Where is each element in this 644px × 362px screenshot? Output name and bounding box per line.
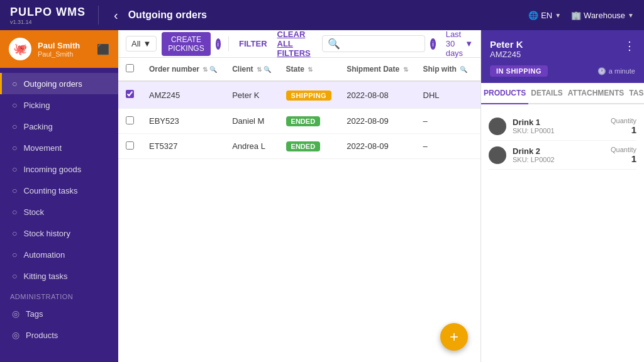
sidebar-item-kitting-tasks[interactable]: ○ Kitting tasks [0,265,118,287]
sidebar-item-movement[interactable]: ○ Movement [0,137,118,158]
filter-all-dropdown[interactable]: All ▼ [126,36,157,52]
product-info-1: Drink 2 SKU: LP0002 [513,146,604,163]
stock-history-icon: ○ [12,228,17,238]
lang-chevron-icon: ▼ [555,12,561,19]
cell-order-id: ET5327 [142,134,225,159]
toolbar-divider [228,36,229,52]
add-fab-button[interactable]: + [440,323,468,351]
row-checkbox-0[interactable] [126,90,134,98]
sidebar-item-stock-history[interactable]: ○ Stock history [0,222,118,244]
warehouse-selector[interactable]: 🏢 Warehouse ▼ [571,11,634,20]
cell-order-id: AMZ245 [142,81,225,109]
select-all-checkbox[interactable] [126,64,134,72]
sidebar-item-stock[interactable]: ○ Stock [0,201,118,222]
row-checkbox-1[interactable] [126,116,134,124]
sidebar-label-movement: Movement [23,143,62,153]
state-badge: ENDED [286,116,321,126]
search-input[interactable] [344,39,419,48]
globe-icon: 🌐 [528,11,538,20]
sidebar-item-packing[interactable]: ○ Packing [0,116,118,137]
toolbar: All ▼ CREATE PICKINGS i FILTER CLEAR ALL… [118,30,480,58]
table-body: AMZ245 Peter K SHIPPING 2022-08-08 DHL 🏢… [118,81,480,159]
orders-table-container: Order number ⇅ 🔍 Client ⇅ 🔍 State ⇅ Ship… [118,58,480,362]
sidebar-nav: ○ Outgoing orders ○ Picking ○ Packing ○ … [0,68,118,351]
warehouse-icon: 🏢 [571,11,581,20]
tab-attachments[interactable]: ATTACHMENTS [565,83,627,104]
lang-label: EN [541,11,552,20]
clear-filters-button[interactable]: CLEAR ALL FILTERS [275,30,318,58]
packing-icon: ○ [12,121,17,131]
product-name-1: Drink 2 [513,146,604,156]
state-badge: SHIPPING [286,90,332,101]
right-panel: Peter K AMZ245 ⋮ IN SHIPPING 🕐 a minute … [480,30,644,362]
order-sort-icon: ⇅ 🔍 [203,66,217,73]
counting-tasks-icon: ○ [12,185,17,195]
picking-icon: ○ [12,100,17,110]
create-pickings-info-icon[interactable]: i [216,38,221,50]
panel-menu-button[interactable]: ⋮ [624,39,635,53]
sidebar-item-picking[interactable]: ○ Picking [0,94,118,116]
product-name-0: Drink 1 [513,118,604,127]
version-label: v1.31.14 [10,19,32,25]
cell-shipment-date: 2022-08-08 [339,81,415,109]
sidebar-label-kitting-tasks: Kitting tasks [23,272,67,281]
table-row: EBY523 Daniel M ENDED 2022-08-09 – – ⋮ [118,109,480,134]
sidebar-item-outgoing-orders[interactable]: ○ Outgoing orders [0,73,118,94]
cell-ship-with: – [416,134,475,159]
sidebar-item-incoming-goods[interactable]: ○ Incoming goods [0,158,118,180]
row-checkbox-2[interactable] [126,141,134,150]
last-days-chevron-icon: ▼ [465,39,473,48]
last-days-selector[interactable]: Last 30 days ▼ [446,30,473,58]
logout-button[interactable]: ⬛ [97,43,109,55]
product-item: Drink 2 SKU: LP0002 Quantity 1 [489,141,636,170]
sidebar-label-picking: Picking [23,101,50,110]
cell-order-id: EBY523 [142,109,225,134]
filter-all-label: All [131,39,140,48]
table-row: AMZ245 Peter K SHIPPING 2022-08-08 DHL 🏢… [118,81,480,109]
filter-link[interactable]: FILTER [236,39,270,48]
page-title: Outgoing orders [128,9,521,21]
last-days-label: Last 30 days [446,30,463,58]
automation-icon: ○ [12,250,17,260]
col-shipment-date: Shipment Date ⇅ [339,58,415,81]
col-client: Client ⇅ 🔍 [225,58,278,81]
client-sort-icon: ⇅ 🔍 [257,66,271,73]
movement-icon: ○ [12,143,17,153]
tab-tasks[interactable]: TASKS [626,83,644,104]
product-dot-0 [489,118,506,135]
panel-content: Drink 1 SKU: LP0001 Quantity 1 Drink 2 S… [481,104,644,362]
qty-value-1: 1 [611,153,636,164]
cell-client: Andrea L [225,134,278,159]
products-icon: ◎ [12,330,19,340]
content-area: All ▼ CREATE PICKINGS i FILTER CLEAR ALL… [118,30,480,362]
qty-label-1: Quantity [611,146,636,153]
cell-client: Daniel M [225,109,278,134]
create-pickings-button[interactable]: CREATE PICKINGS [162,32,210,56]
cell-ship-with: – [416,109,475,134]
sidebar-item-tags[interactable]: ◎ Tags [0,303,118,324]
orders-table: Order number ⇅ 🔍 Client ⇅ 🔍 State ⇅ Ship… [118,58,480,159]
back-button[interactable]: ‹ [111,8,121,23]
cell-ship-with: DHL [416,81,475,109]
sidebar-label-products: Products [26,331,58,340]
admin-section-label: Administration [0,287,118,303]
sidebar-label-stock: Stock [23,207,44,217]
sidebar-item-products[interactable]: ◎ Products [0,324,118,346]
col-state: State ⇅ [279,58,340,81]
qty-label-0: Quantity [611,117,636,124]
tab-products[interactable]: PRODUCTS [481,83,528,104]
sidebar-item-counting-tasks[interactable]: ○ Counting tasks [0,180,118,201]
sidebar-label-packing: Packing [23,122,52,131]
panel-time: 🕐 a minute [597,67,635,75]
panel-tabs: PRODUCTS DETAILS ATTACHMENTS TASKS [481,83,644,104]
tab-details[interactable]: DETAILS [528,83,565,104]
sidebar-label-tags: Tags [26,309,43,319]
cell-state: ENDED [279,134,340,159]
product-sku-0: SKU: LP0001 [513,127,604,134]
sidebar: 🐙 Paul Smith Paul_Smith ⬛ ○ Outgoing ord… [0,30,118,362]
language-selector[interactable]: 🌐 EN ▼ [528,11,561,20]
sidebar-item-automation[interactable]: ○ Automation [0,244,118,265]
search-info-icon[interactable]: i [430,38,435,50]
cell-state: ENDED [279,109,340,134]
sidebar-label-counting-tasks: Counting tasks [23,186,77,195]
